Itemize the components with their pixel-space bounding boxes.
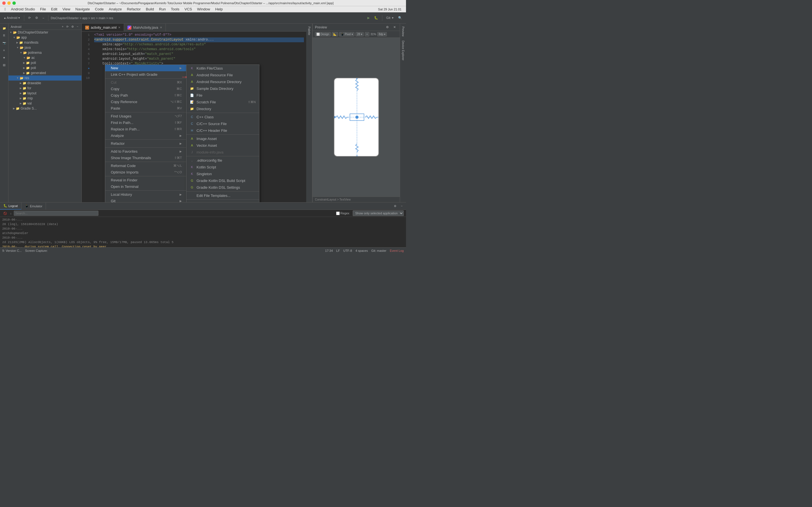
ctx-copy[interactable]: Copy ⌘C — [105, 86, 186, 92]
favorites-icon[interactable]: ★ — [1, 54, 8, 61]
regex-checkbox[interactable] — [336, 212, 340, 215]
project-selector[interactable]: ● Android ▾ — [2, 15, 22, 20]
ctx-git[interactable]: Git ▶ — [105, 198, 186, 202]
project-icon[interactable]: 📁 — [1, 25, 8, 32]
menu-tools[interactable]: Tools — [168, 6, 182, 12]
sub-gradle-build[interactable]: G Gradle Kotlin DSL Build Script — [186, 177, 259, 184]
sub-image-asset[interactable]: A Image Asset — [186, 135, 259, 142]
menu-build[interactable]: Build — [144, 6, 156, 12]
minimize-panel-btn[interactable]: − — [76, 25, 79, 29]
ctx-new[interactable]: New ▶ — [105, 65, 186, 71]
ctx-refactor[interactable]: Refactor ▶ — [105, 140, 186, 147]
tree-item-poli1[interactable]: ▶ 📁 poli — [8, 60, 82, 65]
sub-gradle-settings[interactable]: G Gradle Kotlin DSL Settings — [186, 184, 259, 191]
logcat-scroll-btn[interactable]: ↓ — [9, 212, 13, 215]
tree-item-drawable[interactable]: ▶ 📁 drawable — [8, 80, 82, 86]
ctx-reveal-finder[interactable]: Reveal in Finder — [105, 177, 186, 183]
settings-panel-btn[interactable]: ⚙ — [70, 25, 75, 29]
menu-file[interactable]: File — [38, 6, 48, 12]
tree-item-generated[interactable]: ▶ 📁 generated — [8, 70, 82, 75]
variants-icon[interactable]: ▤ — [1, 61, 8, 68]
ctx-open-terminal[interactable]: Open in Terminal — [105, 183, 186, 190]
api-level-btn[interactable]: 28 ▾ — [356, 32, 364, 36]
tree-item-res[interactable]: ▼ 📂 res — [8, 75, 82, 80]
tab-mainactivity-java[interactable]: K MainActivity.java ✕ — [124, 24, 165, 31]
close-btn[interactable] — [2, 1, 6, 5]
event-log-btn[interactable]: Event Log — [390, 249, 404, 252]
dp-btn[interactable]: 8dp ▾ — [377, 32, 387, 36]
design-view-btn[interactable]: ⬜ Design — [315, 32, 331, 36]
tree-item-ac[interactable]: ▼ 📂 ac — [8, 55, 82, 60]
minimize-btn[interactable] — [7, 1, 11, 5]
sub-sample-data[interactable]: 📁 Sample Data Directory — [186, 85, 259, 92]
device-explorer-toggle[interactable]: Device Explorer — [401, 39, 405, 62]
menu-navigate[interactable]: Navigate — [73, 6, 92, 12]
tab-logcat[interactable]: 🐛 Logcat — [0, 203, 21, 210]
run-btn[interactable]: ▶ — [366, 15, 371, 20]
menu-help[interactable]: Help — [213, 6, 225, 12]
sub-cpp-header[interactable]: H C/C++ Header File — [186, 127, 259, 134]
ctx-add-favorites[interactable]: Add to Favorites ▶ — [105, 148, 186, 155]
tab-activity-main-xml[interactable]: X activity_main.xml ✕ — [82, 24, 124, 31]
menu-apple[interactable]:  — [2, 6, 8, 12]
sub-android-resource-file[interactable]: A Android Resource File — [186, 71, 259, 78]
git-indicator[interactable]: Git: master — [371, 249, 387, 252]
sync-project-btn[interactable]: ⟳ — [65, 25, 69, 29]
ctx-reformat[interactable]: Reformat Code ⌘⌥L — [105, 163, 186, 169]
ctx-optimize-imports[interactable]: Optimize Imports ^⌥O — [105, 169, 186, 175]
tree-item-val[interactable]: ▶ 📁 val — [8, 101, 82, 106]
sub-singleton[interactable]: K Singleton — [186, 170, 259, 177]
logcat-settings-btn[interactable]: ⚙ — [393, 204, 398, 208]
close-tab-java[interactable]: ✕ — [160, 26, 162, 29]
captures-icon[interactable]: 📷 — [1, 40, 8, 46]
menu-code[interactable]: Code — [93, 6, 106, 12]
preview-close-btn[interactable]: ✕ — [392, 25, 398, 30]
ctx-replace-path[interactable]: Replace in Path... ⇧⌘R — [105, 126, 186, 132]
ctx-paste[interactable]: Paste ⌘V — [105, 105, 186, 112]
add-files-btn[interactable]: + — [61, 25, 64, 29]
logcat-search-input[interactable] — [14, 211, 98, 216]
menu-run[interactable]: Run — [157, 6, 168, 12]
tree-item-gradle[interactable]: ▶ 📁 Gradle S... — [8, 106, 82, 111]
menu-edit[interactable]: Edit — [49, 6, 59, 12]
menu-refactor[interactable]: Refactor — [124, 6, 143, 12]
palette-btn[interactable]: Palette — [307, 25, 312, 37]
ctx-analyze[interactable]: Analyze ▶ — [105, 132, 186, 139]
tree-item-polinema[interactable]: ▼ 📂 polinema — [8, 50, 82, 55]
sub-android-resource-dir[interactable]: A Android Resource Directory — [186, 78, 259, 85]
logcat-clear-btn[interactable]: 🚫 — [2, 212, 8, 215]
blueprint-btn[interactable]: 📐 — [332, 32, 338, 36]
sub-editorconfig[interactable]: . .editorconfig file — [186, 157, 259, 164]
ctx-link-cpp[interactable]: Link C++ Project with Gradle — [105, 71, 186, 78]
sub-kotlin-script[interactable]: K Kotlin Script — [186, 164, 259, 170]
git-btn[interactable]: Git: ▾ — [385, 15, 395, 20]
app-filter-select[interactable]: Show only selected application — [353, 210, 404, 216]
sub-cpp-class[interactable]: C C++ Class — [186, 114, 259, 120]
tab-emulator[interactable]: 📱 Emulator — [21, 203, 46, 210]
ctx-show-thumbnails[interactable]: Show Image Thumbnails ⇧⌘T — [105, 155, 186, 161]
preview-settings-btn[interactable]: ⚙ — [384, 25, 391, 30]
logcat-minimize-btn[interactable]: − — [400, 204, 404, 208]
ctx-find-path[interactable]: Find in Path... ⇧⌘F — [105, 119, 186, 126]
search-btn[interactable]: 🔍 — [396, 15, 404, 20]
close-tab-xml[interactable]: ✕ — [118, 26, 120, 29]
sub-cpp-source[interactable]: C C/C++ Source File — [186, 120, 259, 127]
device-btn[interactable]: 📱 Pixel ▾ — [339, 32, 354, 36]
zoom-in-btn[interactable]: + — [365, 32, 369, 36]
sub-scratch-file[interactable]: 📝 Scratch File ⇧⌘N — [186, 99, 259, 105]
tree-item-dts[interactable]: ▼ 📂 DtsChapter03starter — [8, 30, 82, 35]
resource-icon[interactable]: R — [1, 32, 8, 39]
ctx-copy-path[interactable]: Copy Path ⇧⌘C — [105, 92, 186, 99]
tree-item-poli2[interactable]: ▶ 📁 poli — [8, 65, 82, 70]
sub-vector-asset[interactable]: A Vector Asset — [186, 142, 259, 149]
sub-file[interactable]: 📄 File — [186, 92, 259, 99]
tree-item-layout[interactable]: ▶ 📁 layout — [8, 91, 82, 96]
menu-view[interactable]: View — [60, 6, 72, 12]
menu-analyze[interactable]: Analyze — [107, 6, 124, 12]
tree-item-java[interactable]: ▼ 📂 java — [8, 45, 82, 50]
preview-toggle[interactable]: Preview — [401, 25, 405, 38]
menu-vcs[interactable]: VCS — [182, 6, 194, 12]
settings-btn[interactable]: ⚙ — [34, 15, 40, 20]
ctx-find-usages[interactable]: Find Usages ⌥F7 — [105, 113, 186, 119]
sub-aidl[interactable]: A AIDL — [186, 200, 259, 202]
